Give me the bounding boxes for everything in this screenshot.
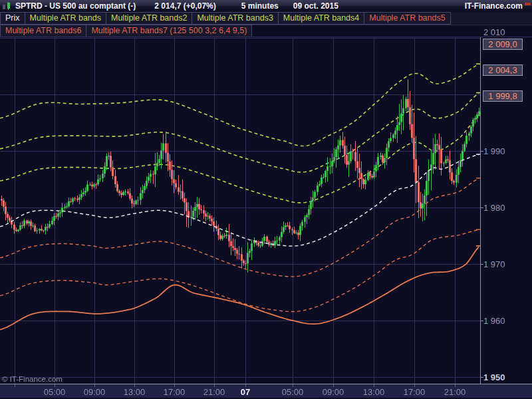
- price-axis-tick: [481, 377, 483, 378]
- time-label: 13:00: [358, 387, 389, 397]
- watermark: © IT-Finance.com: [2, 375, 63, 383]
- time-label: 05:00: [39, 387, 70, 397]
- time-axis-tick: [455, 384, 456, 387]
- time-label: 17:00: [399, 387, 430, 397]
- time-axis-tick: [214, 384, 215, 387]
- time-label: 09:00: [79, 387, 110, 397]
- indicator-value-box: 2 009,0: [483, 39, 523, 50]
- indicator-button-1-2[interactable]: Multiple ATR bands2: [106, 12, 192, 25]
- indicator-toolbar-row-1: PrixMultiple ATR bandsMultiple ATR bands…: [0, 12, 532, 25]
- time-axis-tick: [174, 384, 175, 387]
- price-grid-label: 1 970: [483, 259, 530, 269]
- indicator-button-1-4[interactable]: Multiple ATR bands4: [279, 12, 364, 25]
- indicator-button-1-3[interactable]: Multiple ATR bands3: [192, 12, 278, 25]
- time-label: 17:00: [159, 387, 190, 397]
- indicator-button-1-0[interactable]: Prix: [0, 12, 25, 25]
- indicator-button-1-1[interactable]: Multiple ATR bands: [25, 12, 106, 25]
- time-axis-tick: [55, 384, 55, 387]
- date-label: 09 oct. 2015: [293, 1, 338, 11]
- price-axis-tick: [481, 321, 483, 321]
- indicator-button-2-0[interactable]: Multiple ATR bands6: [0, 25, 86, 37]
- price-grid-label: 1 960: [483, 316, 530, 326]
- time-axis-tick: [245, 384, 246, 387]
- time-axis-tick: [414, 384, 415, 387]
- indicator-toolbar-row-2: Multiple ATR bands6Multiple ATR bands7 (…: [0, 25, 532, 37]
- timeframe-label: 5 minutes: [241, 1, 279, 11]
- price-grid-label: 1 980: [483, 203, 530, 213]
- brand-logo-text: IT-Finance.com: [465, 1, 523, 11]
- indicator-button-1-5[interactable]: Multiple ATR bands5: [364, 12, 450, 25]
- price-grid-label: 1 950: [483, 372, 530, 382]
- price-axis-line: [480, 37, 481, 384]
- indicator-value-box: 2 004,3: [483, 65, 523, 76]
- last-price-and-change: 2 014,7 (+0,07%): [154, 1, 215, 11]
- chart-application-window: SPTRD - US 500 au comptant (-) 2 014,7 (…: [0, 0, 532, 399]
- time-label-day: 07: [230, 387, 261, 397]
- price-axis-tick: [481, 264, 483, 265]
- time-axis-tick: [15, 384, 15, 387]
- price-grid-label-2010-clipped: 2 010: [483, 27, 530, 37]
- indicator-value-box: 1 999,8: [483, 90, 523, 102]
- price-axis-tick: [481, 151, 483, 152]
- time-label: 05:00: [277, 387, 308, 397]
- time-axis-tick: [293, 384, 293, 387]
- window-menu-icon[interactable]: [525, 3, 531, 5]
- time-label: 21:00: [199, 387, 229, 397]
- time-axis-tick: [374, 384, 374, 387]
- instrument-title: SPTRD - US 500 au comptant (-): [15, 1, 136, 11]
- price-grid-label: 1 990: [483, 146, 530, 156]
- title-bar: SPTRD - US 500 au comptant (-) 2 014,7 (…: [0, 0, 532, 13]
- price-axis-tick: [481, 207, 483, 208]
- price-chart-canvas[interactable]: [0, 37, 480, 384]
- candlestick-chart-icon: [2, 2, 12, 11]
- time-label: 13:00: [119, 387, 150, 397]
- time-axis-tick: [134, 384, 135, 387]
- time-label: 09:00: [318, 387, 348, 397]
- indicator-button-2-1[interactable]: Multiple ATR bands7 (125 500 3,2 6,4 9,5…: [86, 25, 252, 37]
- time-axis-tick: [333, 384, 334, 387]
- time-label: 21:00: [440, 387, 470, 397]
- time-axis-tick: [94, 384, 95, 387]
